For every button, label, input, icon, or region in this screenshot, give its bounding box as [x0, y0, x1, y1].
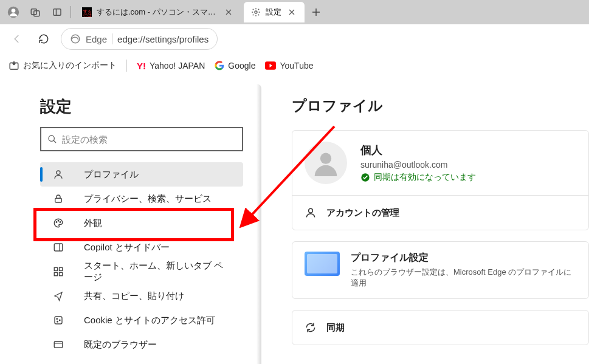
tab-separator	[71, 6, 71, 18]
search-icon	[47, 134, 57, 144]
svg-point-21	[57, 171, 60, 174]
import-favorites-button[interactable]: お気に入りのインポート	[9, 60, 117, 71]
svg-point-34	[60, 320, 61, 321]
profile-settings-thumbnail	[305, 252, 340, 276]
svg-point-25	[60, 222, 61, 223]
tab-strip: するには するには.com - パソコン・スマホの疑問 設定	[0, 0, 589, 24]
sidebar-item-label: Copilot とサイドバー	[84, 242, 170, 253]
svg-rect-32	[55, 317, 62, 324]
sidebar-item-label: プライバシー、検索、サービス	[84, 193, 212, 205]
sync-icon	[305, 321, 317, 334]
sidebar-item-start[interactable]: スタート、ホーム、新しいタブ ページ	[40, 259, 243, 284]
main-panel: プロファイル 個人 suruniha@outlook.com 同期は有効になって…	[261, 78, 589, 364]
bookmark-label: Google	[228, 61, 255, 70]
share-icon	[52, 290, 64, 302]
bookmark-label: YouTube	[280, 61, 313, 70]
address-url: edge://settings/profiles	[117, 34, 208, 44]
profile-name: 個人	[360, 143, 476, 157]
bookmark-yahoo[interactable]: Y! Yahoo! JAPAN	[137, 61, 205, 71]
sidebar-item-privacy[interactable]: プライバシー、検索、サービス	[40, 187, 243, 211]
toolbar: Edge edge://settings/profiles	[0, 24, 589, 53]
settings-sidebar: 設定 プロファイル プライバシー、検索、サービス	[6, 84, 261, 364]
settings-search-input[interactable]	[62, 134, 236, 145]
new-tab-button[interactable]	[307, 3, 325, 21]
home-grid-icon	[52, 266, 64, 278]
gear-icon	[251, 7, 261, 17]
svg-rect-22	[55, 198, 62, 202]
sidebar-item-copilot[interactable]: Copilot とサイドバー	[40, 235, 243, 259]
svg-point-35	[57, 321, 58, 323]
edge-logo-icon	[70, 33, 81, 44]
sidebar-scroll-shadow	[257, 84, 261, 364]
tab-title: するには.com - パソコン・スマホの疑問	[97, 7, 218, 18]
yahoo-icon: Y!	[137, 61, 146, 71]
sidebar-item-appearance[interactable]: 外観	[40, 211, 243, 235]
account-manage-row[interactable]: アカウントの管理	[292, 196, 588, 230]
svg-text:には: には	[83, 13, 92, 17]
svg-rect-30	[54, 273, 57, 276]
sidebar-item-label: スタート、ホーム、新しいタブ ページ	[84, 260, 231, 283]
profile-settings-title: プロファイル設定	[351, 252, 576, 264]
separator	[112, 33, 112, 44]
close-tab-icon[interactable]	[286, 7, 297, 18]
profile-settings-sub: これらのブラウザー設定は、Microsoft Edge のプロファイルに適用	[351, 267, 576, 289]
tab-title: 設定	[266, 7, 281, 18]
profile-settings-card[interactable]: プロファイル設定 これらのブラウザー設定は、Microsoft Edge のプロ…	[292, 241, 589, 299]
import-icon	[9, 60, 19, 71]
refresh-button[interactable]	[34, 29, 53, 49]
sidebar-item-label: 共有、コピー、貼り付け	[84, 290, 184, 302]
bookmark-youtube[interactable]: YouTube	[265, 61, 313, 70]
profile-settings-text: プロファイル設定 これらのブラウザー設定は、Microsoft Edge のプロ…	[351, 252, 576, 289]
person-icon	[305, 207, 317, 219]
sidebar-item-cookies[interactable]: Cookie とサイトのアクセス許可	[40, 308, 243, 332]
settings-nav: プロファイル プライバシー、検索、サービス 外観 Copilot とサイドバー	[6, 162, 261, 357]
youtube-icon	[265, 61, 276, 70]
settings-search-box[interactable]	[40, 127, 243, 151]
profile-header: 個人 suruniha@outlook.com 同期は有効になっています	[292, 131, 588, 195]
cookie-icon	[52, 314, 64, 326]
sidebar-item-default-browser[interactable]: 既定のブラウザー	[40, 332, 243, 357]
sidebar-item-label: 既定のブラウザー	[84, 339, 157, 351]
tab-settings[interactable]: 設定	[244, 2, 305, 22]
profile-info: 個人 suruniha@outlook.com 同期は有効になっています	[360, 143, 476, 183]
sync-card[interactable]: 同期	[292, 310, 589, 345]
tab-suruniha[interactable]: するには するには.com - パソコン・スマホの疑問	[75, 2, 241, 22]
svg-point-11	[255, 11, 257, 13]
svg-line-20	[53, 140, 56, 143]
import-favorites-label: お気に入りのインポート	[23, 60, 117, 71]
lock-icon	[52, 193, 64, 205]
site-favicon: するには	[82, 7, 92, 17]
svg-rect-4	[53, 9, 61, 16]
svg-rect-36	[54, 342, 63, 348]
svg-point-19	[49, 136, 54, 141]
svg-rect-31	[60, 273, 63, 276]
sidebar-item-label: Cookie とサイトのアクセス許可	[84, 315, 215, 326]
profile-icon	[52, 168, 64, 180]
back-button[interactable]	[7, 29, 27, 49]
bookmark-label: Yahoo! JAPAN	[150, 61, 205, 70]
palette-icon	[52, 217, 64, 229]
check-icon	[360, 173, 370, 182]
account-manage-label: アカウントの管理	[326, 207, 399, 219]
address-bar[interactable]: Edge edge://settings/profiles	[61, 28, 218, 50]
sidebar-item-label: プロファイル	[84, 169, 139, 180]
browser-icon	[52, 338, 64, 351]
separator	[126, 60, 127, 72]
vertical-tabs-button[interactable]	[47, 2, 67, 22]
sidebar-item-label: 外観	[84, 218, 102, 229]
sidebar-item-share[interactable]: 共有、コピー、貼り付け	[40, 284, 243, 308]
favorites-bar: お気に入りのインポート Y! Yahoo! JAPAN Google YouTu…	[0, 53, 589, 78]
svg-point-33	[57, 318, 58, 320]
sidebar-item-profile[interactable]: プロファイル	[40, 162, 243, 187]
bookmark-google[interactable]: Google	[215, 61, 255, 70]
svg-rect-26	[54, 244, 63, 251]
svg-rect-28	[54, 267, 57, 270]
profile-card: 個人 suruniha@outlook.com 同期は有効になっています アカウ…	[292, 130, 589, 230]
profile-email: suruniha@outlook.com	[360, 160, 476, 170]
sync-status: 同期は有効になっています	[360, 172, 476, 183]
workspaces-button[interactable]	[26, 2, 45, 22]
close-tab-icon[interactable]	[223, 7, 234, 18]
svg-point-38	[320, 153, 331, 164]
profile-button[interactable]	[4, 2, 23, 22]
avatar	[305, 142, 347, 184]
